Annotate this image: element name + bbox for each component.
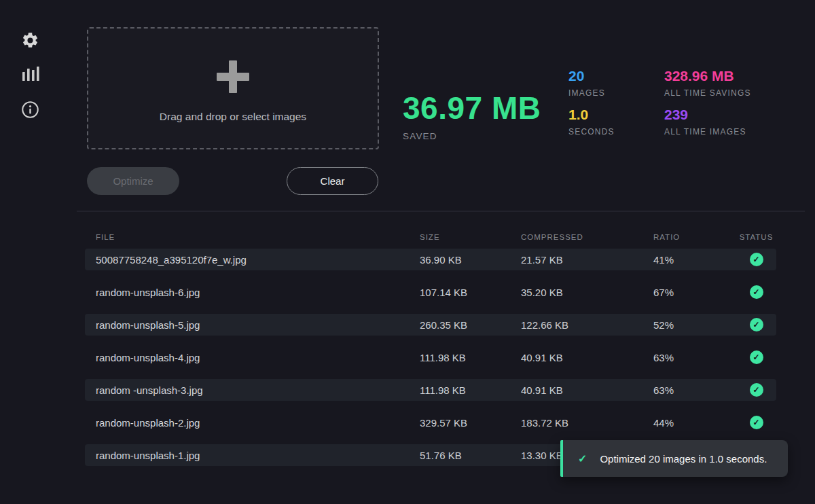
stat-saved: 36.97 MB SAVED xyxy=(403,92,541,141)
toast-accent-bar xyxy=(560,440,563,477)
table-row[interactable]: random-unsplash-4.jpg 111.98 KB 40.91 KB… xyxy=(85,346,776,368)
results-table: FILE SIZE COMPRESSED RATIO STATUS 500877… xyxy=(85,228,776,246)
cell-compressed: 122.66 KB xyxy=(521,319,653,331)
dropzone-label: Drag and drop or select images xyxy=(160,111,306,123)
cell-size: 36.90 KB xyxy=(420,254,521,266)
cell-size: 329.57 KB xyxy=(420,417,521,429)
cell-file: random-unsplash-2.jpg xyxy=(96,417,420,429)
seconds-label: SECONDS xyxy=(568,127,615,137)
success-toast: ✓ Optimized 20 images in 1.0 seconds. xyxy=(560,440,788,477)
table-row[interactable]: random -unsplash-3.jpg 111.98 KB 40.91 K… xyxy=(85,379,776,401)
gear-icon xyxy=(21,31,39,52)
table-row[interactable]: random-unsplash-2.jpg 329.57 KB 183.72 K… xyxy=(85,412,776,433)
cell-file: random-unsplash-6.jpg xyxy=(96,287,420,298)
cell-size: 107.14 KB xyxy=(420,287,521,298)
statistics-button[interactable] xyxy=(20,65,39,84)
status-check-icon: ✓ xyxy=(750,253,763,266)
cell-file: random -unsplash-3.jpg xyxy=(96,384,420,396)
status-check-icon: ✓ xyxy=(750,416,763,429)
cell-ratio: 63% xyxy=(653,352,736,363)
alltime-images-label: ALL TIME IMAGES xyxy=(664,127,751,137)
alltime-savings-value: 328.96 MB xyxy=(664,68,751,84)
cell-ratio: 63% xyxy=(653,384,736,396)
saved-value: 36.97 MB xyxy=(403,92,541,124)
about-button[interactable] xyxy=(20,101,39,120)
cell-size: 260.35 KB xyxy=(420,319,521,331)
drag-drop-area[interactable]: Drag and drop or select images xyxy=(87,27,379,149)
saved-label: SAVED xyxy=(403,131,541,141)
optimize-button[interactable]: Optimize xyxy=(87,167,179,195)
column-header-ratio: RATIO xyxy=(653,233,736,241)
cell-compressed: 35.20 KB xyxy=(521,287,653,298)
cell-size: 51.76 KB xyxy=(420,450,521,461)
sidebar xyxy=(0,0,61,504)
cell-size: 111.98 KB xyxy=(420,352,521,363)
column-header-compressed: COMPRESSED xyxy=(521,233,653,241)
cell-compressed: 40.91 KB xyxy=(521,352,653,363)
alltime-images-value: 239 xyxy=(664,107,751,122)
status-check-icon: ✓ xyxy=(750,383,763,397)
info-icon xyxy=(21,101,39,122)
cell-size: 111.98 KB xyxy=(420,384,521,396)
cell-ratio: 41% xyxy=(653,254,736,266)
cell-file: random-unsplash-4.jpg xyxy=(96,352,420,363)
table-row[interactable]: random-unsplash-6.jpg 107.14 KB 35.20 KB… xyxy=(85,281,776,303)
toast-message: Optimized 20 images in 1.0 seconds. xyxy=(600,453,767,465)
table-row[interactable]: random-unsplash-5.jpg 260.35 KB 122.66 K… xyxy=(85,314,776,336)
images-label: IMAGES xyxy=(568,88,615,98)
images-value: 20 xyxy=(568,68,615,84)
stat-column-alltime: 328.96 MB ALL TIME SAVINGS 239 ALL TIME … xyxy=(664,68,751,137)
cell-ratio: 52% xyxy=(653,319,736,331)
plus-icon xyxy=(217,60,249,93)
status-check-icon: ✓ xyxy=(750,350,763,364)
section-divider xyxy=(77,211,805,212)
cell-file: random-unsplash-1.jpg xyxy=(96,450,420,461)
seconds-value: 1.0 xyxy=(568,107,615,122)
cell-ratio: 44% xyxy=(653,417,736,429)
toast-check-icon: ✓ xyxy=(578,452,587,465)
alltime-savings-label: ALL TIME SAVINGS xyxy=(664,88,751,98)
cell-file: 50087758248_a395120f7e_w.jpg xyxy=(96,254,420,266)
stat-column-session: 20 IMAGES 1.0 SECONDS xyxy=(568,68,615,137)
table-row[interactable]: 50087758248_a395120f7e_w.jpg 36.90 KB 21… xyxy=(85,249,776,270)
status-check-icon: ✓ xyxy=(750,318,763,331)
table-header: FILE SIZE COMPRESSED RATIO STATUS xyxy=(85,228,776,246)
settings-button[interactable] xyxy=(20,32,39,51)
cell-compressed: 21.57 KB xyxy=(521,254,653,266)
clear-button[interactable]: Clear xyxy=(287,167,378,195)
cell-ratio: 67% xyxy=(653,287,736,298)
cell-file: random-unsplash-5.jpg xyxy=(96,319,420,331)
status-check-icon: ✓ xyxy=(750,285,763,299)
cell-compressed: 40.91 KB xyxy=(521,384,653,396)
cell-compressed: 183.72 KB xyxy=(521,417,653,429)
bar-chart-icon xyxy=(20,64,39,86)
column-header-size: SIZE xyxy=(420,233,521,241)
column-header-status: STATUS xyxy=(736,233,776,241)
column-header-file: FILE xyxy=(96,233,420,241)
